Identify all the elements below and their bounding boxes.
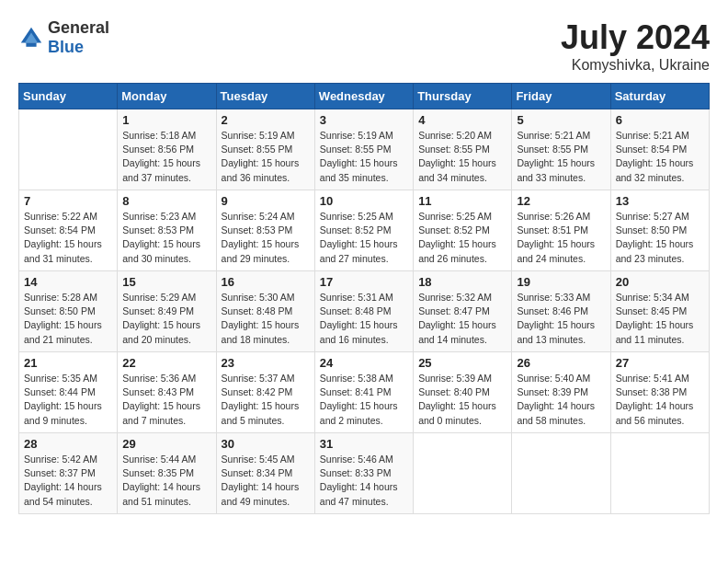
day-number: 7 [24, 194, 112, 208]
week-row-3: 14Sunrise: 5:28 AMSunset: 8:50 PMDayligh… [19, 271, 710, 352]
calendar-cell: 18Sunrise: 5:32 AMSunset: 8:47 PMDayligh… [414, 271, 512, 352]
day-info: Sunrise: 5:19 AMSunset: 8:55 PMDaylight:… [222, 129, 310, 185]
calendar-cell: 3Sunrise: 5:19 AMSunset: 8:55 PMDaylight… [314, 109, 413, 190]
day-info: Sunrise: 5:24 AMSunset: 8:53 PMDaylight:… [222, 210, 310, 266]
calendar-cell: 31Sunrise: 5:46 AMSunset: 8:33 PMDayligh… [314, 433, 413, 514]
day-number: 26 [517, 356, 605, 370]
week-row-4: 21Sunrise: 5:35 AMSunset: 8:44 PMDayligh… [19, 352, 710, 433]
day-info: Sunrise: 5:35 AMSunset: 8:44 PMDaylight:… [24, 372, 112, 428]
month-year: July 2024 [561, 18, 710, 57]
day-number: 23 [222, 356, 310, 370]
day-info: Sunrise: 5:46 AMSunset: 8:33 PMDaylight:… [320, 453, 408, 509]
day-number: 2 [222, 113, 310, 127]
day-info: Sunrise: 5:45 AMSunset: 8:34 PMDaylight:… [222, 453, 310, 509]
calendar-cell: 14Sunrise: 5:28 AMSunset: 8:50 PMDayligh… [19, 271, 118, 352]
calendar-cell: 2Sunrise: 5:19 AMSunset: 8:55 PMDaylight… [216, 109, 314, 190]
day-info: Sunrise: 5:27 AMSunset: 8:50 PMDaylight:… [616, 210, 704, 266]
day-number: 16 [222, 275, 310, 289]
calendar-cell: 10Sunrise: 5:25 AMSunset: 8:52 PMDayligh… [314, 190, 413, 271]
day-number: 12 [517, 194, 605, 208]
calendar-cell [19, 109, 118, 190]
day-info: Sunrise: 5:34 AMSunset: 8:45 PMDaylight:… [616, 291, 704, 347]
page-header: General Blue July 2024 Komyshivka, Ukrai… [18, 18, 710, 74]
calendar-cell: 4Sunrise: 5:20 AMSunset: 8:55 PMDaylight… [414, 109, 512, 190]
day-number: 4 [418, 113, 506, 127]
calendar-cell: 20Sunrise: 5:34 AMSunset: 8:45 PMDayligh… [610, 271, 709, 352]
day-number: 6 [616, 113, 704, 127]
logo-general: General [48, 18, 109, 37]
day-info: Sunrise: 5:38 AMSunset: 8:41 PMDaylight:… [320, 372, 408, 428]
day-number: 30 [222, 437, 310, 451]
header-friday: Friday [512, 84, 610, 109]
week-row-2: 7Sunrise: 5:22 AMSunset: 8:54 PMDaylight… [19, 190, 710, 271]
day-number: 29 [122, 437, 210, 451]
header-sunday: Sunday [19, 84, 118, 109]
calendar-cell: 1Sunrise: 5:18 AMSunset: 8:56 PMDaylight… [118, 109, 216, 190]
svg-rect-2 [26, 43, 36, 47]
header-monday: Monday [118, 84, 216, 109]
calendar-cell: 29Sunrise: 5:44 AMSunset: 8:35 PMDayligh… [118, 433, 216, 514]
day-info: Sunrise: 5:37 AMSunset: 8:42 PMDaylight:… [222, 372, 310, 428]
calendar-cell: 11Sunrise: 5:25 AMSunset: 8:52 PMDayligh… [414, 190, 512, 271]
day-number: 3 [320, 113, 408, 127]
day-info: Sunrise: 5:31 AMSunset: 8:48 PMDaylight:… [320, 291, 408, 347]
calendar-cell: 26Sunrise: 5:40 AMSunset: 8:39 PMDayligh… [512, 352, 610, 433]
day-number: 18 [418, 275, 506, 289]
day-info: Sunrise: 5:25 AMSunset: 8:52 PMDaylight:… [320, 210, 408, 266]
day-number: 5 [517, 113, 605, 127]
calendar-cell: 28Sunrise: 5:42 AMSunset: 8:37 PMDayligh… [19, 433, 118, 514]
day-info: Sunrise: 5:44 AMSunset: 8:35 PMDaylight:… [122, 453, 210, 509]
calendar-cell: 19Sunrise: 5:33 AMSunset: 8:46 PMDayligh… [512, 271, 610, 352]
day-info: Sunrise: 5:28 AMSunset: 8:50 PMDaylight:… [24, 291, 112, 347]
day-number: 21 [24, 356, 112, 370]
calendar-cell: 7Sunrise: 5:22 AMSunset: 8:54 PMDaylight… [19, 190, 118, 271]
day-number: 19 [517, 275, 605, 289]
day-info: Sunrise: 5:23 AMSunset: 8:53 PMDaylight:… [122, 210, 210, 266]
calendar-cell: 23Sunrise: 5:37 AMSunset: 8:42 PMDayligh… [216, 352, 314, 433]
day-info: Sunrise: 5:30 AMSunset: 8:48 PMDaylight:… [222, 291, 310, 347]
calendar-cell: 5Sunrise: 5:21 AMSunset: 8:55 PMDaylight… [512, 109, 610, 190]
day-info: Sunrise: 5:21 AMSunset: 8:55 PMDaylight:… [517, 129, 605, 185]
header-tuesday: Tuesday [216, 84, 314, 109]
day-info: Sunrise: 5:29 AMSunset: 8:49 PMDaylight:… [122, 291, 210, 347]
day-number: 22 [122, 356, 210, 370]
calendar-cell: 15Sunrise: 5:29 AMSunset: 8:49 PMDayligh… [118, 271, 216, 352]
day-number: 25 [418, 356, 506, 370]
day-number: 20 [616, 275, 704, 289]
day-number: 13 [616, 194, 704, 208]
day-number: 15 [122, 275, 210, 289]
header-thursday: Thursday [414, 84, 512, 109]
day-info: Sunrise: 5:26 AMSunset: 8:51 PMDaylight:… [517, 210, 605, 266]
day-number: 28 [24, 437, 112, 451]
day-info: Sunrise: 5:41 AMSunset: 8:38 PMDaylight:… [616, 372, 704, 428]
calendar-cell: 9Sunrise: 5:24 AMSunset: 8:53 PMDaylight… [216, 190, 314, 271]
calendar-cell [512, 433, 610, 514]
day-info: Sunrise: 5:20 AMSunset: 8:55 PMDaylight:… [418, 129, 506, 185]
calendar-table: SundayMondayTuesdayWednesdayThursdayFrid… [18, 83, 710, 514]
calendar-cell: 13Sunrise: 5:27 AMSunset: 8:50 PMDayligh… [610, 190, 709, 271]
calendar-cell: 27Sunrise: 5:41 AMSunset: 8:38 PMDayligh… [610, 352, 709, 433]
day-number: 27 [616, 356, 704, 370]
day-number: 17 [320, 275, 408, 289]
day-info: Sunrise: 5:18 AMSunset: 8:56 PMDaylight:… [122, 129, 210, 185]
calendar-cell: 30Sunrise: 5:45 AMSunset: 8:34 PMDayligh… [216, 433, 314, 514]
day-number: 10 [320, 194, 408, 208]
day-number: 8 [122, 194, 210, 208]
logo-icon [18, 25, 44, 51]
title-area: July 2024 Komyshivka, Ukraine [561, 18, 710, 74]
calendar-cell: 21Sunrise: 5:35 AMSunset: 8:44 PMDayligh… [19, 352, 118, 433]
calendar-cell: 6Sunrise: 5:21 AMSunset: 8:54 PMDaylight… [610, 109, 709, 190]
week-row-5: 28Sunrise: 5:42 AMSunset: 8:37 PMDayligh… [19, 433, 710, 514]
header-wednesday: Wednesday [314, 84, 413, 109]
calendar-cell: 8Sunrise: 5:23 AMSunset: 8:53 PMDaylight… [118, 190, 216, 271]
day-number: 24 [320, 356, 408, 370]
calendar-cell: 16Sunrise: 5:30 AMSunset: 8:48 PMDayligh… [216, 271, 314, 352]
day-number: 31 [320, 437, 408, 451]
logo-blue: Blue [48, 38, 84, 56]
day-info: Sunrise: 5:42 AMSunset: 8:37 PMDaylight:… [24, 453, 112, 509]
week-row-1: 1Sunrise: 5:18 AMSunset: 8:56 PMDaylight… [19, 109, 710, 190]
day-number: 9 [222, 194, 310, 208]
calendar-cell: 22Sunrise: 5:36 AMSunset: 8:43 PMDayligh… [118, 352, 216, 433]
calendar-cell: 24Sunrise: 5:38 AMSunset: 8:41 PMDayligh… [314, 352, 413, 433]
day-number: 11 [418, 194, 506, 208]
